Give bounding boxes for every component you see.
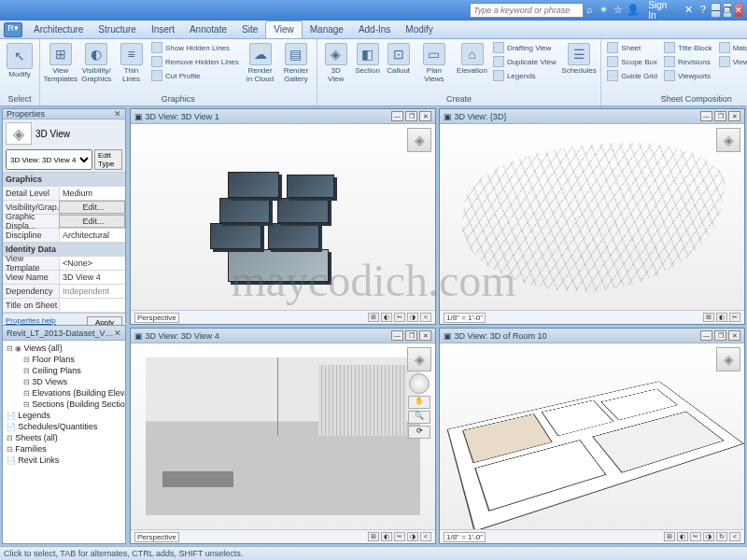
revisions-button[interactable]: Revisions bbox=[662, 55, 714, 68]
section-button[interactable]: ◧Section bbox=[354, 41, 382, 77]
vp2-close-icon[interactable]: ✕ bbox=[728, 111, 740, 121]
tab-addins[interactable]: Add-Ins bbox=[351, 21, 398, 38]
close-button[interactable]: ✕ bbox=[734, 3, 743, 18]
cut-profile-button[interactable]: Cut Profile bbox=[149, 69, 241, 82]
tree-sections[interactable]: Sections (Building Section) bbox=[3, 399, 125, 410]
exchange-icon[interactable]: ✕ bbox=[683, 4, 694, 17]
tab-architecture[interactable]: Architecture bbox=[26, 21, 91, 38]
guide-grid-button[interactable]: Guide Grid bbox=[605, 69, 659, 82]
vp1-f3[interactable]: ✂ bbox=[394, 313, 405, 322]
viewport-2-header[interactable]: ▣ 3D View: {3D}—❐✕ bbox=[440, 109, 744, 124]
drafting-view-button[interactable]: Drafting View bbox=[491, 41, 558, 54]
properties-close-icon[interactable]: ✕ bbox=[114, 109, 121, 119]
tab-modify[interactable]: Modify bbox=[398, 21, 440, 38]
viewport-2-canvas[interactable]: ◈ bbox=[440, 124, 744, 310]
prop-group-graphics[interactable]: Graphics bbox=[3, 173, 125, 187]
infocenter-icon[interactable]: ⌕ bbox=[584, 4, 595, 17]
vp4-max-icon[interactable]: ❐ bbox=[714, 330, 726, 341]
viewcube-icon[interactable]: ◈ bbox=[716, 128, 740, 152]
prop-detail-level[interactable]: Detail LevelMedium bbox=[3, 187, 125, 201]
visibility-button[interactable]: ◐Visibility/ Graphics bbox=[79, 41, 112, 86]
vp4-close-icon[interactable]: ✕ bbox=[728, 330, 740, 341]
nav-orbit-icon[interactable]: ⟳ bbox=[408, 426, 430, 439]
browser-header[interactable]: Revit_LT_2013-Dataset_VS.rvt - Proje...✕ bbox=[3, 326, 125, 341]
tree-sheets[interactable]: Sheets (all) bbox=[3, 432, 125, 443]
favorite-icon[interactable]: ☆ bbox=[613, 4, 624, 17]
render-gallery-button[interactable]: ▤Render Gallery bbox=[279, 41, 312, 86]
callout-button[interactable]: ⊡Callout bbox=[385, 41, 413, 77]
tree-revit-links[interactable]: Revit Links bbox=[3, 455, 125, 466]
prop-graphic-display[interactable]: Graphic Displa...Edit... bbox=[3, 215, 125, 229]
viewport-2[interactable]: ▣ 3D View: {3D}—❐✕ ◈ 1/8" = 1'-0"⊞◐✂ bbox=[439, 108, 745, 325]
nav-pan-icon[interactable]: ✋ bbox=[408, 396, 430, 409]
viewports-button[interactable]: Viewports bbox=[662, 69, 714, 82]
title-block-button[interactable]: Title Block bbox=[662, 41, 714, 54]
maximize-button[interactable]: ❐ bbox=[723, 3, 732, 18]
vp1-f5[interactable]: < bbox=[420, 313, 431, 322]
show-hidden-button[interactable]: Show Hidden Lines bbox=[149, 41, 241, 54]
type-selector[interactable]: ◈ 3D View bbox=[3, 119, 125, 147]
vp3-close-icon[interactable]: ✕ bbox=[419, 330, 431, 341]
vp2-max-icon[interactable]: ❐ bbox=[714, 111, 726, 121]
vp1-f1[interactable]: ⊞ bbox=[368, 313, 379, 322]
prop-view-template[interactable]: View Template<None> bbox=[3, 257, 125, 271]
vp1-close-icon[interactable]: ✕ bbox=[419, 111, 431, 121]
viewcube-icon[interactable]: ◈ bbox=[407, 128, 431, 152]
tab-manage[interactable]: Manage bbox=[303, 21, 351, 38]
project-browser-tree[interactable]: Views (all) Floor Plans Ceiling Plans 3D… bbox=[3, 341, 125, 543]
vp1-scale[interactable]: Perspective bbox=[134, 313, 179, 323]
help-search-input[interactable] bbox=[470, 3, 584, 18]
plan-views-button[interactable]: ▭Plan Views bbox=[416, 41, 453, 86]
steering-wheel-icon[interactable] bbox=[409, 373, 430, 394]
legends-button[interactable]: Legends bbox=[491, 69, 558, 82]
scope-box-button[interactable]: Scope Box bbox=[605, 55, 659, 68]
tab-structure[interactable]: Structure bbox=[91, 21, 144, 38]
tab-annotate[interactable]: Annotate bbox=[182, 21, 234, 38]
tree-3d-views[interactable]: 3D Views bbox=[3, 376, 125, 387]
vp3-max-icon[interactable]: ❐ bbox=[405, 330, 417, 341]
viewport-1[interactable]: ▣ 3D View: 3D View 1—❐✕ ◈ Perspective⊞◐✂… bbox=[130, 108, 436, 325]
vp1-max-icon[interactable]: ❐ bbox=[405, 111, 417, 121]
signin-link[interactable]: Sign In bbox=[648, 0, 674, 21]
viewport-1-canvas[interactable]: ◈ bbox=[131, 124, 435, 310]
sheet-button[interactable]: Sheet bbox=[605, 41, 659, 54]
tree-ceiling-plans[interactable]: Ceiling Plans bbox=[3, 365, 125, 376]
prop-view-name[interactable]: View Name3D View 4 bbox=[3, 271, 125, 285]
prop-title-on-sheet[interactable]: Title on Sheet bbox=[3, 299, 125, 313]
vp1-min-icon[interactable]: — bbox=[391, 111, 403, 121]
3d-view-button[interactable]: ◈3D View bbox=[321, 41, 351, 86]
viewport-1-header[interactable]: ▣ 3D View: 3D View 1—❐✕ bbox=[131, 109, 435, 124]
vp2-min-icon[interactable]: — bbox=[700, 111, 712, 121]
elevation-button[interactable]: ⌂Elevation bbox=[456, 41, 488, 77]
thin-lines-button[interactable]: ≡Thin Lines bbox=[116, 41, 147, 86]
keytips-icon[interactable]: ✴ bbox=[598, 4, 609, 17]
viewport-4-header[interactable]: ▣ 3D View: 3D of Room 10—❐✕ bbox=[440, 329, 744, 343]
vp4-min-icon[interactable]: — bbox=[700, 330, 712, 341]
vp4-scale[interactable]: 1/8" = 1'-0" bbox=[444, 532, 486, 542]
tree-families[interactable]: Families bbox=[3, 443, 125, 455]
vp1-f2[interactable]: ◐ bbox=[381, 313, 392, 322]
duplicate-view-button[interactable]: Duplicate View bbox=[491, 55, 558, 68]
vp1-f4[interactable]: ◑ bbox=[407, 313, 418, 322]
viewcube-icon[interactable]: ◈ bbox=[407, 347, 431, 371]
viewport-3-header[interactable]: ▣ 3D View: 3D View 4—❐✕ bbox=[131, 329, 435, 343]
tree-legends[interactable]: Legends bbox=[3, 410, 125, 421]
viewcube-icon[interactable]: ◈ bbox=[716, 347, 740, 371]
vp3-min-icon[interactable]: — bbox=[391, 330, 403, 341]
viewport-4-canvas[interactable]: ◈ bbox=[440, 343, 744, 529]
view-ref-button[interactable]: View Reference bbox=[717, 55, 747, 68]
schedules-button[interactable]: ☰Schedules bbox=[561, 41, 598, 77]
tree-floor-plans[interactable]: Floor Plans bbox=[3, 354, 125, 365]
modify-button[interactable]: ↖ Modify bbox=[4, 41, 35, 81]
browser-close-icon[interactable]: ✕ bbox=[114, 329, 121, 338]
vp3-scale[interactable]: Perspective bbox=[134, 532, 179, 542]
nav-zoom-icon[interactable]: 🔍 bbox=[408, 411, 430, 424]
edit-type-button[interactable]: Edit Type bbox=[94, 149, 122, 170]
render-cloud-button[interactable]: ☁Render in Cloud bbox=[244, 41, 276, 86]
remove-hidden-button[interactable]: Remove Hidden Lines bbox=[149, 55, 241, 68]
viewport-4[interactable]: ▣ 3D View: 3D of Room 10—❐✕ ◈ 1/8" = 1'-… bbox=[439, 328, 745, 544]
tab-view[interactable]: View bbox=[265, 21, 303, 38]
instance-selector[interactable]: 3D View: 3D View 4 bbox=[6, 149, 92, 170]
tree-elevations[interactable]: Elevations (Building Elevation) bbox=[3, 387, 125, 399]
tree-views-all[interactable]: Views (all) bbox=[3, 343, 125, 354]
